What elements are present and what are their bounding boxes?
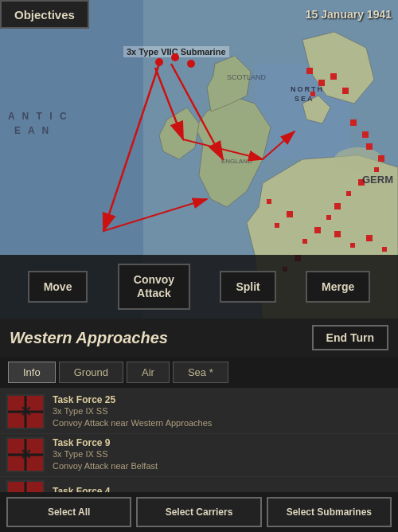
task-force-info: Task Force 9 3x Type IX SSConvoy Attack … xyxy=(53,437,392,473)
task-force-icon xyxy=(6,480,45,492)
task-force-detail: 3x Type IX SSConvoy Attack near Western … xyxy=(53,405,392,430)
svg-text:E A N: E A N xyxy=(14,125,51,136)
table-row[interactable]: Task Force 4 3x Type VIIC SS ◆ xyxy=(0,477,398,492)
svg-rect-31 xyxy=(382,247,387,252)
tabs-bar: Info Ground Air Sea * xyxy=(0,357,398,388)
svg-rect-16 xyxy=(362,131,369,138)
svg-text:SEA: SEA xyxy=(295,95,314,103)
svg-text:GERM: GERM xyxy=(362,174,393,186)
tab-air[interactable]: Air xyxy=(127,362,170,383)
task-force-info: Task Force 4 3x Type VIIC SS xyxy=(53,486,374,492)
task-force-name: Task Force 25 xyxy=(53,394,392,405)
svg-rect-34 xyxy=(267,199,271,204)
select-submarines-button[interactable]: Select Submarines xyxy=(267,497,392,527)
svg-text:SCOTLAND: SCOTLAND xyxy=(227,73,267,81)
split-button[interactable]: Split xyxy=(220,271,275,303)
svg-text:NORTH: NORTH xyxy=(291,85,324,93)
task-force-name: Task Force 9 xyxy=(53,437,392,448)
svg-rect-21 xyxy=(346,191,351,196)
svg-rect-15 xyxy=(350,119,357,126)
date-label: 15 January 1941 xyxy=(306,8,398,21)
task-force-name: Task Force 4 xyxy=(53,486,374,492)
submarine-label: 3x Type VIIC Submarine xyxy=(123,46,229,57)
svg-rect-18 xyxy=(378,155,384,162)
svg-rect-17 xyxy=(366,143,373,150)
header: Objectives 15 January 1941 xyxy=(0,0,398,29)
svg-rect-10 xyxy=(306,68,313,74)
task-force-icon xyxy=(6,437,45,472)
select-all-button[interactable]: Select All xyxy=(6,497,131,527)
end-turn-button[interactable]: End Turn xyxy=(312,325,388,350)
move-button[interactable]: Move xyxy=(28,271,88,303)
table-row[interactable]: Task Force 25 3x Type IX SSConvoy Attack… xyxy=(0,391,398,434)
objectives-button[interactable]: Objectives xyxy=(0,0,89,29)
task-force-list: Task Force 25 3x Type IX SSConvoy Attack… xyxy=(0,388,398,492)
convoy-attack-button[interactable]: ConvoyAttack xyxy=(118,264,190,310)
svg-rect-32 xyxy=(275,223,279,228)
svg-rect-19 xyxy=(374,167,379,172)
bottom-panel: Western Approaches End Turn Info Ground … xyxy=(0,319,398,532)
svg-rect-23 xyxy=(326,215,331,220)
svg-rect-29 xyxy=(350,243,355,248)
svg-rect-28 xyxy=(334,231,341,237)
svg-rect-24 xyxy=(314,227,321,233)
svg-text:ENGLAND: ENGLAND xyxy=(221,158,252,165)
task-force-info: Task Force 25 3x Type IX SSConvoy Attack… xyxy=(53,394,392,430)
task-force-icon xyxy=(6,394,45,429)
task-force-detail: 3x Type IX SSConvoy Attack near Belfast xyxy=(53,448,392,473)
select-carriers-button[interactable]: Select Carriers xyxy=(136,497,261,527)
svg-rect-30 xyxy=(366,235,373,241)
svg-rect-13 xyxy=(342,88,349,94)
panel-header: Western Approaches End Turn xyxy=(0,319,398,357)
map-section: A N T I C E A N NORTH SEA GERM SCOTLAND … xyxy=(0,0,398,319)
svg-rect-12 xyxy=(330,73,337,80)
tab-sea[interactable]: Sea * xyxy=(173,362,228,383)
region-title: Western Approaches xyxy=(10,329,168,347)
tab-ground[interactable]: Ground xyxy=(59,362,123,383)
svg-rect-22 xyxy=(334,203,341,209)
tab-info[interactable]: Info xyxy=(8,362,56,383)
merge-button[interactable]: Merge xyxy=(306,271,370,303)
svg-text:A N T I C: A N T I C xyxy=(8,111,69,122)
svg-rect-25 xyxy=(302,239,307,244)
table-row[interactable]: Task Force 9 3x Type IX SSConvoy Attack … xyxy=(0,434,398,477)
svg-rect-33 xyxy=(287,211,293,217)
select-buttons-bar: Select All Select Carriers Select Submar… xyxy=(0,492,398,532)
action-buttons-bar: Move ConvoyAttack Split Merge xyxy=(0,255,398,319)
